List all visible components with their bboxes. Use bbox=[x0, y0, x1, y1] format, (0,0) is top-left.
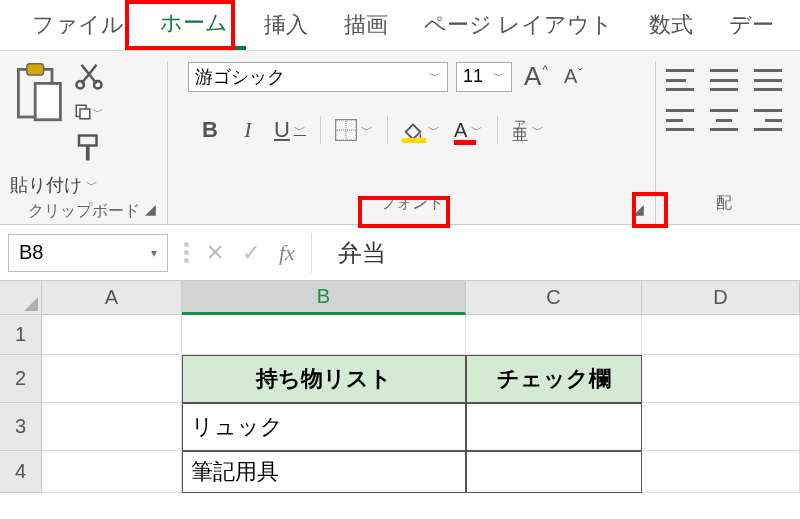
separator bbox=[387, 116, 388, 144]
fill-color-button[interactable]: ﹀ bbox=[402, 119, 440, 141]
tab-insert[interactable]: 挿入 bbox=[246, 2, 326, 48]
separator bbox=[311, 233, 312, 273]
tab-data[interactable]: デー bbox=[711, 2, 792, 48]
select-all-corner[interactable] bbox=[0, 281, 42, 315]
font-size-select[interactable]: 11﹀ bbox=[456, 62, 512, 92]
svg-rect-6 bbox=[80, 109, 90, 119]
svg-point-3 bbox=[77, 81, 85, 89]
align-right-button[interactable] bbox=[754, 109, 782, 131]
cell-c4[interactable] bbox=[466, 451, 642, 493]
cell-c2[interactable]: チェック欄 bbox=[466, 355, 642, 403]
align-top-button[interactable] bbox=[666, 69, 694, 91]
chevron-down-icon: ﹀ bbox=[294, 122, 306, 139]
align-center-button[interactable] bbox=[710, 109, 738, 131]
tab-formulas[interactable]: 数式 bbox=[631, 2, 711, 48]
chevron-down-icon: ﹀ bbox=[428, 122, 440, 139]
row-header-1[interactable]: 1 bbox=[0, 315, 42, 355]
ribbon-tabs: ファイル ホーム 挿入 描画 ページ レイアウト 数式 デー bbox=[0, 0, 800, 50]
align-middle-button[interactable] bbox=[710, 69, 738, 91]
borders-button[interactable]: ﹀ bbox=[335, 119, 373, 141]
svg-rect-1 bbox=[27, 64, 44, 75]
copy-icon[interactable]: ﹀ bbox=[74, 97, 104, 127]
row-header-2[interactable]: 2 bbox=[0, 355, 42, 403]
decrease-font-size-button[interactable]: Aˇ bbox=[560, 65, 586, 88]
cell-a4[interactable] bbox=[42, 451, 182, 493]
group-alignment: 配 bbox=[656, 61, 792, 224]
tab-pagelayout[interactable]: ページ レイアウト bbox=[406, 2, 631, 48]
svg-rect-7 bbox=[79, 136, 97, 146]
confirm-formula-button[interactable]: ✓ bbox=[233, 235, 269, 271]
cell-b2[interactable]: 持ち物リスト bbox=[182, 355, 466, 403]
cell-c3[interactable] bbox=[466, 403, 642, 451]
column-header-b[interactable]: B bbox=[182, 281, 466, 315]
font-family-select[interactable]: 游ゴシック﹀ bbox=[188, 62, 448, 92]
tab-draw[interactable]: 描画 bbox=[326, 2, 406, 48]
spreadsheet-grid: A B C D 1 2 持ち物リスト チェック欄 3 リュック 4 筆記用具 bbox=[0, 281, 800, 493]
tab-file[interactable]: ファイル bbox=[14, 2, 142, 48]
italic-button[interactable]: I bbox=[236, 117, 260, 143]
group-font: 游ゴシック﹀ 11﹀ A^ Aˇ B I U﹀ ﹀ ﹀ A﹀ ア亜﹀ フォント … bbox=[168, 61, 656, 224]
tab-home[interactable]: ホーム bbox=[142, 0, 246, 50]
separator bbox=[497, 116, 498, 144]
phonetic-guide-button[interactable]: ア亜﹀ bbox=[512, 120, 544, 140]
chevron-down-icon: ﹀ bbox=[429, 68, 441, 85]
group-label-alignment: 配 bbox=[666, 189, 782, 218]
formula-input[interactable] bbox=[318, 239, 800, 267]
cell-d3[interactable] bbox=[642, 403, 800, 451]
cell-c1[interactable] bbox=[466, 315, 642, 355]
row-header-3[interactable]: 3 bbox=[0, 403, 42, 451]
paste-icon[interactable] bbox=[10, 61, 66, 127]
cell-a1[interactable] bbox=[42, 315, 182, 355]
column-header-d[interactable]: D bbox=[642, 281, 800, 315]
clipboard-launcher[interactable]: ◢ bbox=[139, 198, 161, 220]
underline-button[interactable]: U﹀ bbox=[274, 117, 306, 143]
align-bottom-button[interactable] bbox=[754, 69, 782, 91]
format-painter-icon[interactable] bbox=[74, 133, 104, 163]
cell-a2[interactable] bbox=[42, 355, 182, 403]
group-label-clipboard: クリップボード bbox=[22, 197, 146, 226]
group-clipboard: ﹀ 貼り付け﹀ クリップボード ◢ bbox=[0, 61, 168, 224]
column-header-c[interactable]: C bbox=[466, 281, 642, 315]
cell-b4[interactable]: 筆記用具 bbox=[182, 451, 466, 493]
font-color-button[interactable]: A﹀ bbox=[454, 119, 483, 142]
column-header-a[interactable]: A bbox=[42, 281, 182, 315]
chevron-down-icon: ﹀ bbox=[471, 122, 483, 139]
name-box[interactable]: B8▾ bbox=[8, 234, 168, 272]
increase-font-size-button[interactable]: A^ bbox=[520, 61, 552, 92]
cut-icon[interactable] bbox=[74, 61, 104, 91]
chevron-down-icon: ▾ bbox=[151, 246, 157, 260]
bold-button[interactable]: B bbox=[198, 117, 222, 143]
chevron-down-icon: ﹀ bbox=[532, 122, 544, 139]
font-launcher[interactable]: ◢ bbox=[627, 198, 649, 220]
cell-d1[interactable] bbox=[642, 315, 800, 355]
chevron-down-icon: ﹀ bbox=[86, 177, 98, 194]
ribbon: ﹀ 貼り付け﹀ クリップボード ◢ 游ゴシック﹀ 11﹀ A^ Aˇ B I U… bbox=[0, 50, 800, 225]
row-header-4[interactable]: 4 bbox=[0, 451, 42, 493]
cell-b3[interactable]: リュック bbox=[182, 403, 466, 451]
align-left-button[interactable] bbox=[666, 109, 694, 131]
svg-rect-2 bbox=[35, 83, 60, 119]
drag-handle-icon[interactable] bbox=[184, 242, 189, 263]
fx-icon[interactable]: fx bbox=[279, 240, 295, 266]
paste-button[interactable]: 貼り付け﹀ bbox=[10, 173, 157, 197]
chevron-down-icon: ﹀ bbox=[361, 122, 373, 139]
cell-d2[interactable] bbox=[642, 355, 800, 403]
cell-a3[interactable] bbox=[42, 403, 182, 451]
cell-d4[interactable] bbox=[642, 451, 800, 493]
cancel-formula-button[interactable]: ✕ bbox=[197, 235, 233, 271]
cell-b1[interactable] bbox=[182, 315, 466, 355]
chevron-down-icon: ﹀ bbox=[493, 68, 505, 85]
formula-bar: B8▾ ✕ ✓ fx bbox=[0, 225, 800, 281]
svg-point-4 bbox=[94, 81, 102, 89]
group-label-font: フォント bbox=[178, 189, 645, 218]
separator bbox=[320, 116, 321, 144]
